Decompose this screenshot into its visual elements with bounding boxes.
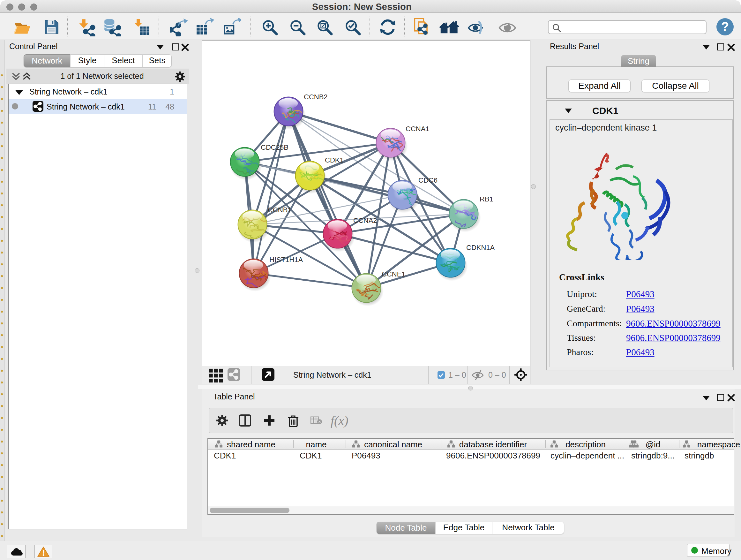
svg-text:RB1: RB1 <box>480 195 493 203</box>
svg-text:CDC25B: CDC25B <box>261 143 288 151</box>
svg-text:CCNA2: CCNA2 <box>353 216 377 225</box>
svg-text:CCNA1: CCNA1 <box>406 125 429 133</box>
svg-text:HIST1H1A: HIST1H1A <box>269 256 303 264</box>
svg-text:CCNE1: CCNE1 <box>382 270 406 278</box>
svg-text:CDKN1A: CDKN1A <box>466 244 495 252</box>
svg-text:CDC6: CDC6 <box>418 176 437 184</box>
svg-text:CCNB2: CCNB2 <box>304 93 328 101</box>
svg-text:CDK1: CDK1 <box>325 156 344 164</box>
svg-text:CCNB1: CCNB1 <box>268 206 292 214</box>
